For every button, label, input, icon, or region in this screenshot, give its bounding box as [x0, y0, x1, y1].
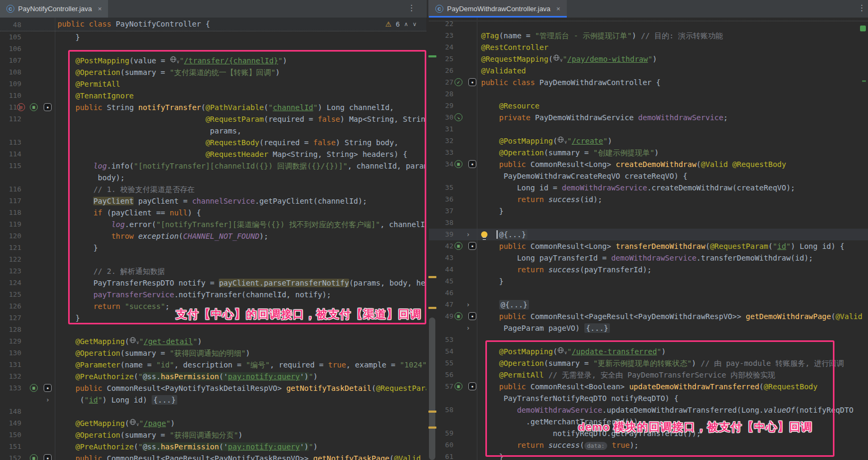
code-line[interactable]: 111m▦▪ public String notifyTransfer(@Pat… — [0, 102, 426, 113]
code-line[interactable]: 125 payTransferService.notifyTransfer(ch… — [0, 289, 426, 300]
code-line[interactable]: 44 return success(payTransferId); — [429, 264, 868, 275]
openapi-icon[interactable]: ▪ — [468, 312, 476, 320]
vcs-added-mark[interactable] — [428, 55, 436, 57]
endpoint-run-icon[interactable]: ▦ — [454, 382, 462, 390]
code-line[interactable]: 24@RestController — [429, 41, 868, 53]
warning-stripe-mark[interactable] — [428, 411, 436, 413]
code-line[interactable]: 46 — [429, 287, 868, 299]
code-line[interactable]: 150 @Operation(summary = "获得回调通知分页") — [0, 429, 426, 441]
code-line[interactable]: 49▦▪ public CommonResult<PageResult<PayD… — [429, 311, 868, 322]
warning-stripe-mark[interactable] — [428, 276, 436, 278]
code-line[interactable]: 119 log.error("[notifyTransfer][渠道编号({})… — [0, 219, 426, 230]
code-line[interactable]: › ("id") Long id) {...} — [0, 394, 426, 406]
code-line[interactable]: 23@Tag(name = "管理后台 - 示例提现订单") // 目的: 演示… — [429, 30, 868, 41]
code-line[interactable]: 116 // 1. 校验支付渠道是否存在 — [0, 183, 426, 195]
openapi-icon[interactable]: ▪ — [44, 384, 52, 392]
code-line[interactable]: 130 @Operation(summary = "获得回调通知的明细") — [0, 347, 426, 359]
globe-icon[interactable] — [557, 347, 564, 358]
globe-icon[interactable] — [170, 56, 177, 68]
code-line[interactable]: 35 Long id = demoWithdrawService.createD… — [429, 182, 868, 194]
endpoint-run-icon[interactable]: ▦ — [454, 242, 462, 250]
scrollbar-thumb[interactable] — [429, 317, 435, 460]
code-line[interactable]: 38 — [429, 217, 868, 229]
code-line[interactable]: 47› @{...} — [429, 299, 868, 311]
code-area[interactable]: 105 }106107 @PostMapping(value = ∨"/tran… — [0, 31, 426, 460]
method-marker-icon[interactable]: m — [17, 103, 25, 111]
inspection-widget[interactable]: ⚠ 6 ∧ ∨ — [385, 18, 417, 31]
globe-icon[interactable] — [553, 54, 560, 66]
endpoint-run-icon[interactable]: ▦ — [454, 312, 462, 320]
code-line[interactable]: 53 — [429, 334, 868, 346]
bean-navigate-icon[interactable]: ↘ — [454, 113, 462, 121]
code-line[interactable]: › PageParam pageVO) {...} — [429, 322, 868, 334]
code-line[interactable]: 33 @Operation(summary = "创建示例提现单") — [429, 147, 868, 158]
code-line[interactable]: 109 @PermitAll — [0, 78, 426, 90]
endpoint-run-icon[interactable]: ▦ — [30, 454, 38, 460]
code-line[interactable]: body); — [0, 172, 426, 183]
code-area[interactable]: 2223@Tag(name = "管理后台 - 示例提现订单") // 目的: … — [429, 18, 868, 460]
warning-stripe-mark[interactable] — [428, 426, 436, 429]
code-line[interactable]: 149 @GetMapping(∨"/page") — [0, 417, 426, 429]
code-line[interactable]: 122 — [0, 254, 426, 265]
code-line[interactable]: 55 @Operation(summary = "更新示例提现单的转账状态") … — [429, 357, 868, 369]
code-line[interactable]: 132 @PreAuthorize("@ss.hasPermission('pa… — [0, 371, 426, 382]
code-line[interactable]: 107 @PostMapping(value = ∨"/transfer/{ch… — [0, 55, 426, 66]
code-line[interactable]: 120 throw exception(CHANNEL_NOT_FOUND); — [0, 230, 426, 242]
code-line[interactable]: 131 @Parameter(name = "id", description … — [0, 359, 426, 371]
code-line[interactable]: params, — [0, 125, 426, 137]
fold-arrow-icon[interactable]: › — [46, 394, 49, 406]
test-passed-icon[interactable]: ✓ — [454, 78, 462, 86]
code-line[interactable]: 27✓▪public class PayDemoWithdrawControll… — [429, 77, 868, 88]
code-line[interactable]: 43 Long payTransferId = demoWithdrawServ… — [429, 252, 868, 264]
code-line[interactable]: 36 return success(id); — [429, 194, 868, 205]
folded-code-chip[interactable]: @{...} — [499, 300, 530, 310]
openapi-icon[interactable]: ▪ — [44, 103, 52, 111]
code-line[interactable]: 22 — [429, 18, 868, 30]
globe-icon[interactable] — [557, 136, 564, 148]
endpoint-run-icon[interactable]: ▦ — [454, 160, 462, 168]
code-line[interactable]: 37 } — [429, 205, 868, 217]
code-line[interactable]: 110 @TenantIgnore — [0, 90, 426, 102]
code-line[interactable]: 129 @GetMapping(∨"/get-detail") — [0, 336, 426, 347]
code-line[interactable]: 115 log.info("[notifyTransfer][channelId… — [0, 160, 426, 172]
code-line[interactable]: 58 demoWithdrawService.updateDemoWithdra… — [429, 404, 868, 416]
editor-left[interactable]: 48 public class PayNotifyController { ⚠ … — [0, 18, 426, 460]
more-menu-icon[interactable]: ⋮ — [408, 3, 416, 13]
code-line[interactable]: 25@RequestMapping(∨"/pay/demo-withdraw") — [429, 53, 868, 65]
code-line[interactable]: 42▦▪ public CommonResult<Long> transferD… — [429, 240, 868, 252]
code-line[interactable]: 113 @RequestBody(required = false) Strin… — [0, 137, 426, 148]
openapi-icon[interactable]: ▪ — [468, 78, 476, 86]
intention-bulb-icon[interactable] — [481, 231, 487, 238]
code-line[interactable]: 118 if (payClient == null) { — [0, 207, 426, 219]
warning-stripe-mark[interactable] — [428, 307, 436, 309]
code-line[interactable]: 152▦▪ public CommonResult<PageResult<Pay… — [0, 453, 426, 460]
code-line[interactable]: 57▦▪ public CommonResult<Boolean> update… — [429, 381, 868, 392]
code-line[interactable]: 26@Validated — [429, 65, 868, 77]
close-icon[interactable]: × — [556, 5, 560, 13]
fold-arrow-icon[interactable]: › — [466, 299, 470, 311]
code-line[interactable]: 60 return success(data: true); — [429, 439, 868, 451]
folded-code-chip[interactable]: @{...} — [498, 230, 528, 239]
code-line[interactable]: 121 } — [0, 242, 426, 254]
code-line[interactable]: 28 — [429, 88, 868, 100]
next-warning-icon[interactable]: ∨ — [412, 18, 417, 31]
code-line[interactable]: 56 @PermitAll // 无需登录, 安全由 PayDemoTransf… — [429, 369, 868, 381]
openapi-icon[interactable]: ▪ — [468, 382, 476, 390]
globe-icon[interactable] — [129, 419, 136, 430]
code-line[interactable]: 29 @Resource — [429, 100, 868, 112]
openapi-icon[interactable]: ▪ — [468, 160, 476, 168]
prev-warning-icon[interactable]: ∧ — [404, 18, 408, 31]
globe-icon[interactable] — [129, 337, 136, 348]
code-line[interactable]: 61 } — [429, 451, 868, 460]
tab-paynotifycontroller[interactable]: C PayNotifyController.java × — [0, 0, 108, 18]
code-line[interactable]: 32 @PostMapping(∨"/create") — [429, 135, 868, 147]
openapi-icon[interactable]: ▪ — [44, 454, 52, 460]
code-line[interactable]: 112 @RequestParam(required = false) Map<… — [0, 113, 426, 125]
inspections-ok-icon[interactable] — [860, 26, 866, 31]
code-line[interactable]: PayDemoWithdrawCreateReqVO createReqVO) … — [429, 170, 868, 182]
code-line[interactable]: 117 PayClient payClient = channelService… — [0, 195, 426, 207]
fold-arrow-icon[interactable]: › — [466, 322, 470, 334]
endpoint-run-icon[interactable]: ▦ — [30, 384, 38, 392]
code-line[interactable]: 128 — [0, 324, 426, 336]
code-line[interactable]: 34▦▪ public CommonResult<Long> createDem… — [429, 158, 868, 170]
